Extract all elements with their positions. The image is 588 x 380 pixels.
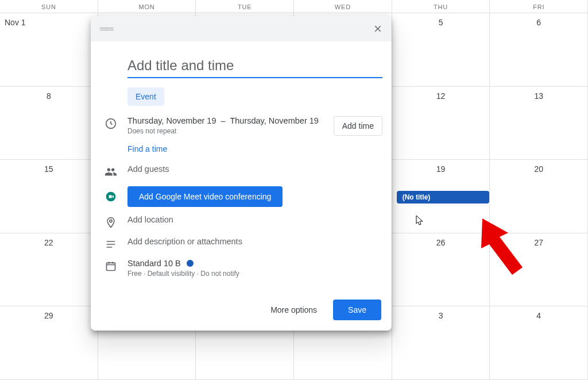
day-number: 12 bbox=[392, 90, 490, 102]
weekday-header-row: SUN MON TUE WED THU FRI bbox=[0, 0, 588, 13]
weekday-header: SUN bbox=[0, 0, 98, 13]
day-cell[interactable]: 26 bbox=[392, 233, 490, 306]
notes-icon bbox=[105, 238, 117, 251]
day-number: 22 bbox=[0, 237, 98, 248]
event-create-modal: ══ Event Thursday, November 19 – Thursda… bbox=[91, 16, 392, 331]
svg-rect-2 bbox=[107, 263, 115, 270]
people-icon bbox=[105, 166, 117, 178]
weekday-header: MON bbox=[98, 0, 196, 13]
drag-handle-icon[interactable]: ══ bbox=[98, 23, 113, 35]
add-google-meet-button[interactable]: Add Google Meet video conferencing bbox=[127, 186, 283, 207]
day-cell[interactable]: Nov 1 bbox=[0, 13, 98, 86]
day-cell[interactable]: 27 bbox=[490, 233, 588, 306]
weekday-header: THU bbox=[392, 0, 490, 13]
clock-icon bbox=[105, 117, 117, 130]
day-cell[interactable]: 20 bbox=[490, 160, 588, 233]
day-cell[interactable]: 3 bbox=[392, 306, 490, 379]
weekday-header: TUE bbox=[196, 0, 294, 13]
calendar-selector[interactable]: Standard 10 B bbox=[127, 259, 239, 268]
add-description-field[interactable]: Add description or attachments bbox=[127, 237, 242, 246]
day-cell[interactable]: 22 bbox=[0, 233, 98, 306]
add-guests-field[interactable]: Add guests bbox=[127, 164, 169, 174]
visibility-text[interactable]: Free · Default visibility · Do not notif… bbox=[127, 270, 239, 278]
day-number: 13 bbox=[490, 90, 587, 102]
day-number: Nov 1 bbox=[0, 17, 98, 28]
day-number: 6 bbox=[490, 17, 587, 28]
svg-point-1 bbox=[110, 220, 112, 222]
modal-header: ══ bbox=[91, 16, 392, 41]
day-number: 3 bbox=[392, 310, 490, 321]
day-number: 4 bbox=[490, 310, 587, 321]
close-icon bbox=[373, 24, 383, 34]
day-cell[interactable]: 8 bbox=[0, 87, 98, 160]
day-number: 15 bbox=[0, 163, 98, 175]
day-number: 8 bbox=[0, 90, 98, 102]
day-cell[interactable]: 29 bbox=[0, 306, 98, 379]
day-number: 20 bbox=[490, 163, 587, 175]
day-cell[interactable]: 4 bbox=[490, 306, 588, 379]
day-cell[interactable]: 19 (No title) bbox=[392, 160, 490, 233]
tab-event[interactable]: Event bbox=[127, 87, 164, 106]
day-cell[interactable]: 13 bbox=[490, 87, 588, 160]
event-date-range[interactable]: Thursday, November 19 – Thursday, Novemb… bbox=[127, 116, 319, 125]
day-cell[interactable]: 12 bbox=[392, 87, 490, 160]
event-title-input[interactable] bbox=[127, 55, 382, 78]
add-location-field[interactable]: Add location bbox=[127, 215, 173, 224]
add-time-button[interactable]: Add time bbox=[334, 116, 382, 136]
day-number: 27 bbox=[490, 237, 587, 248]
modal-footer: More options Save bbox=[91, 287, 392, 331]
day-number: 5 bbox=[392, 17, 490, 28]
find-a-time-link[interactable]: Find a time bbox=[127, 144, 167, 153]
save-button[interactable]: Save bbox=[333, 300, 381, 320]
location-icon bbox=[105, 216, 117, 229]
day-cell[interactable]: 5 bbox=[392, 13, 490, 86]
close-button[interactable] bbox=[371, 22, 385, 36]
weekday-header: FRI bbox=[490, 0, 588, 13]
weekday-header: WED bbox=[294, 0, 392, 13]
more-options-button[interactable]: More options bbox=[266, 301, 322, 319]
repeat-text[interactable]: Does not repeat bbox=[127, 127, 319, 135]
calendar-icon bbox=[105, 260, 117, 272]
day-cell[interactable]: 15 bbox=[0, 160, 98, 233]
day-cell[interactable]: 6 bbox=[490, 13, 588, 86]
calendar-name-label: Standard 10 B bbox=[127, 259, 181, 268]
day-number: 26 bbox=[392, 237, 490, 248]
google-meet-icon bbox=[105, 190, 117, 203]
calendar-color-dot bbox=[187, 260, 194, 267]
event-chip-no-title[interactable]: (No title) bbox=[397, 191, 490, 204]
day-number: 29 bbox=[0, 310, 98, 321]
day-number: 19 bbox=[392, 163, 490, 175]
